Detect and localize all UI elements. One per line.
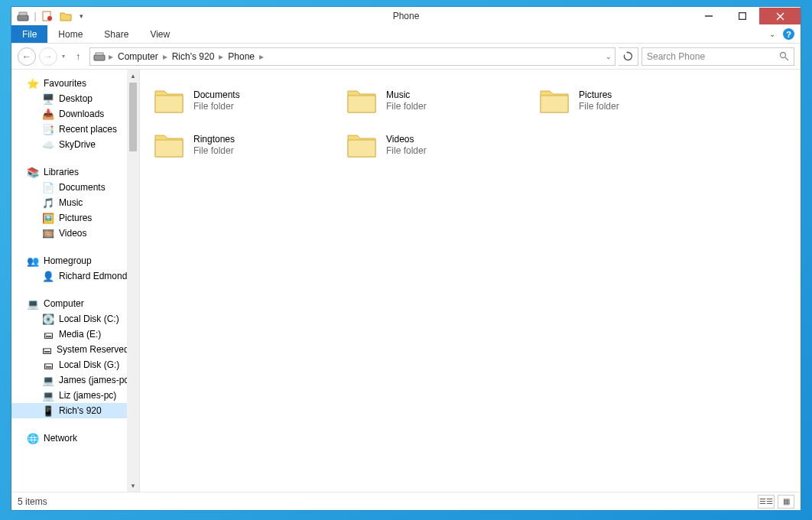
tree-icon: 💻	[42, 374, 54, 386]
address-dropdown-icon[interactable]: ⌄	[606, 53, 612, 60]
item-type: File folder	[193, 145, 235, 156]
status-text: 5 items	[18, 496, 47, 507]
up-button[interactable]: ↑	[70, 48, 86, 65]
item-text: Pictures File folder	[579, 89, 619, 112]
qat-sep: |	[33, 8, 37, 24]
new-folder-icon[interactable]	[57, 8, 74, 24]
search-icon[interactable]	[779, 51, 789, 61]
folder-item[interactable]: Documents File folder	[148, 80, 339, 120]
nav-scrollbar[interactable]: ▲ ▼	[127, 70, 139, 492]
nav-item-favourites-1[interactable]: 📥Downloads	[11, 106, 127, 122]
nav-item-computer-1[interactable]: 🖴Media (E:)	[11, 327, 127, 342]
crumb-device[interactable]: Rich's 920	[171, 51, 216, 62]
tree-icon: 🖴	[42, 328, 54, 340]
tree-icon: 📄	[42, 181, 54, 193]
folder-icon	[345, 128, 378, 161]
close-button[interactable]	[759, 8, 801, 24]
history-dropdown-icon[interactable]: ▾	[60, 53, 67, 60]
nav-head-network[interactable]: ▸🌐Network	[11, 431, 127, 446]
item-text: Music File folder	[386, 89, 427, 112]
nav-item-libraries-1[interactable]: 🎵Music	[11, 195, 127, 210]
nav-item-favourites-0[interactable]: 🖥️Desktop	[11, 91, 127, 106]
tree-icon: 🖼️	[42, 212, 54, 224]
nav-head-favourites[interactable]: ▸⭐Favourites	[11, 76, 127, 91]
nav-item-computer-0[interactable]: 💽Local Disk (C:)	[11, 311, 127, 327]
nav-item-label: Recent places	[59, 124, 117, 135]
item-text: Ringtones File folder	[193, 134, 235, 156]
item-name: Pictures	[579, 89, 619, 100]
address-bar: ← → ▾ ↑ ▸ Computer ▸ Rich's 920 ▸ Phone …	[11, 44, 801, 70]
tab-view[interactable]: View	[139, 25, 180, 43]
nav-group-network: ▸🌐Network	[11, 431, 127, 446]
chevron-right-icon[interactable]: ▸	[161, 51, 169, 62]
drive-icon[interactable]	[15, 8, 31, 24]
item-name: Ringtones	[193, 134, 235, 145]
nav-item-computer-4[interactable]: 💻James (james-pc)	[11, 372, 127, 388]
properties-icon[interactable]	[39, 8, 56, 24]
tree-icon: ☁️	[42, 138, 54, 151]
chevron-right-icon[interactable]: ▸	[217, 51, 225, 62]
nav-item-label: Desktop	[59, 93, 93, 104]
expand-ribbon-icon[interactable]: ⌄	[769, 30, 775, 38]
svg-rect-1	[19, 12, 27, 15]
qat-dropdown-icon[interactable]: ▾	[76, 8, 86, 24]
nav-item-computer-2[interactable]: 🖴System Reserved	[11, 342, 127, 357]
svg-point-3	[47, 16, 52, 21]
details-view-button[interactable]: ☰☰	[758, 495, 775, 509]
nav-item-label: Liz (james-pc)	[59, 390, 116, 401]
tab-file[interactable]: File	[11, 25, 47, 43]
chevron-right-icon[interactable]: ▸	[107, 51, 115, 62]
status-bar: 5 items ☰☰ ▦	[11, 492, 801, 510]
tree-icon: 💻	[42, 389, 54, 401]
nav-item-label: SkyDrive	[59, 139, 96, 150]
search-input[interactable]	[647, 51, 779, 62]
nav-head-libraries[interactable]: ▸📚Libraries	[11, 164, 127, 180]
crumb-computer[interactable]: Computer	[116, 51, 160, 62]
nav-head-computer[interactable]: ▸💻Computer	[11, 296, 127, 311]
ribbon-tabs: File Home Share View ⌄ ?	[11, 25, 801, 44]
folder-icon	[345, 83, 378, 117]
search-box[interactable]	[641, 47, 794, 66]
folder-item[interactable]: Music File folder	[340, 80, 531, 120]
tree-icon: 🎞️	[42, 227, 54, 239]
nav-item-computer-6[interactable]: 📱Rich's 920	[11, 403, 127, 418]
folder-item[interactable]: Videos File folder	[340, 125, 531, 164]
icons-view-button[interactable]: ▦	[778, 495, 794, 509]
tab-share[interactable]: Share	[93, 25, 139, 43]
tree-icon: 🖥️	[42, 93, 54, 105]
help-icon[interactable]: ?	[783, 28, 794, 40]
breadcrumb[interactable]: ▸ Computer ▸ Rich's 920 ▸ Phone ▸ ⌄	[89, 47, 615, 66]
maximize-button[interactable]	[726, 8, 759, 24]
nav-item-computer-5[interactable]: 💻Liz (james-pc)	[11, 388, 127, 403]
nav-item-label: Local Disk (G:)	[59, 359, 119, 370]
nav-item-libraries-2[interactable]: 🖼️Pictures	[11, 210, 127, 226]
nav-head-homegroup[interactable]: ▸👥Homegroup	[11, 253, 127, 268]
nav-item-favourites-2[interactable]: 📑Recent places	[11, 122, 127, 137]
crumb-phone[interactable]: Phone	[226, 51, 256, 62]
svg-point-10	[781, 53, 786, 58]
nav-item-favourites-3[interactable]: ☁️SkyDrive	[11, 137, 127, 152]
folder-item[interactable]: Ringtones File folder	[148, 125, 339, 164]
folder-item[interactable]: Pictures File folder	[533, 80, 724, 120]
scroll-down-icon[interactable]: ▼	[127, 479, 139, 492]
refresh-button[interactable]	[619, 47, 638, 66]
chevron-right-icon[interactable]: ▸	[258, 51, 265, 62]
minimize-button[interactable]	[692, 8, 726, 24]
tree-icon: 💻	[27, 297, 39, 310]
back-button[interactable]: ←	[18, 47, 36, 66]
item-type: File folder	[579, 100, 619, 112]
content-area[interactable]: Documents File folder Music File folder …	[140, 70, 801, 492]
tab-home[interactable]: Home	[47, 25, 93, 43]
nav-item-libraries-3[interactable]: 🎞️Videos	[11, 226, 127, 241]
nav-item-computer-3[interactable]: 🖴Local Disk (G:)	[11, 357, 127, 372]
item-text: Videos File folder	[386, 134, 427, 156]
nav-item-label: James (james-pc)	[59, 375, 127, 385]
folder-icon	[152, 83, 186, 117]
nav-group-favourites: ▸⭐Favourites🖥️Desktop📥Downloads📑Recent p…	[11, 76, 127, 152]
nav-item-libraries-0[interactable]: 📄Documents	[11, 180, 127, 195]
scroll-up-icon[interactable]: ▲	[127, 70, 139, 82]
scroll-thumb[interactable]	[129, 83, 137, 151]
nav-item-homegroup-0[interactable]: 👤Richard Edmond	[11, 268, 127, 284]
forward-button[interactable]: →	[39, 47, 57, 66]
titlebar: | ▾ Phone	[11, 7, 801, 25]
